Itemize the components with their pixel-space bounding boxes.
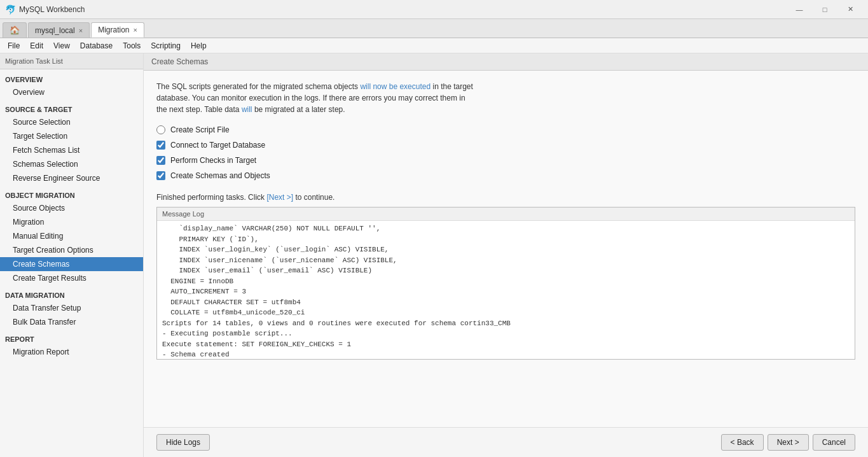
- sidebar-item-reverse-engineer-source[interactable]: Reverse Engineer Source: [0, 171, 143, 185]
- options-group: Create Script FileConnect to Target Data…: [156, 125, 855, 180]
- option-2: Perform Checks in Target: [156, 156, 855, 165]
- sidebar-item-bulk-data-transfer[interactable]: Bulk Data Transfer: [0, 315, 143, 329]
- option-input-3[interactable]: [156, 171, 165, 180]
- menu-edit[interactable]: Edit: [25, 40, 48, 52]
- option-label-2: Perform Checks in Target: [170, 156, 256, 165]
- hide-logs-button[interactable]: Hide Logs: [156, 434, 210, 451]
- footer-right: < Back Next > Cancel: [721, 434, 855, 451]
- tab-close-mysql_local[interactable]: ×: [79, 27, 83, 34]
- content-body: The SQL scripts generated for the migrat…: [144, 71, 868, 427]
- maximize-button[interactable]: □: [812, 0, 837, 19]
- next-button[interactable]: Next >: [768, 434, 809, 451]
- menu-database[interactable]: Database: [75, 40, 118, 52]
- tab-close-migration[interactable]: ×: [134, 26, 137, 34]
- option-label-0: Create Script File: [170, 125, 230, 134]
- sidebar-item-migration[interactable]: Migration: [0, 215, 143, 229]
- sidebar-item-source-selection[interactable]: Source Selection: [0, 115, 143, 129]
- sidebar-section-report: REPORT: [0, 332, 143, 345]
- message-log[interactable]: Message Log `display_name` VARCHAR(250) …: [156, 207, 855, 360]
- option-input-1[interactable]: [156, 141, 165, 150]
- sidebar-item-target-creation-options[interactable]: Target Creation Options: [0, 243, 143, 257]
- message-log-content: `display_name` VARCHAR(250) NOT NULL DEF…: [157, 221, 855, 360]
- sidebar-item-source-objects[interactable]: Source Objects: [0, 201, 143, 215]
- option-0: Create Script File: [156, 125, 855, 134]
- tab-home[interactable]: 🏠: [3, 22, 27, 38]
- menu-file[interactable]: File: [3, 40, 25, 52]
- back-button[interactable]: < Back: [721, 434, 764, 451]
- option-input-0[interactable]: [156, 125, 165, 134]
- sidebar-item-schemas-selection[interactable]: Schemas Selection: [0, 157, 143, 171]
- footer: Hide Logs < Back Next > Cancel: [144, 427, 868, 457]
- content-header: Create Schemas: [144, 53, 868, 71]
- sidebar-item-create-target-results[interactable]: Create Target Results: [0, 271, 143, 285]
- titlebar: 🐬 MySQL Workbench — □ ✕: [0, 0, 868, 19]
- sidebar-header: Migration Task List: [0, 53, 143, 69]
- sidebar-section-source---target: SOURCE & TARGET: [0, 102, 143, 115]
- close-button[interactable]: ✕: [837, 0, 863, 19]
- menu-tools[interactable]: Tools: [118, 40, 146, 52]
- message-log-title: Message Log: [157, 207, 855, 221]
- menu-help[interactable]: Help: [186, 40, 212, 52]
- content-area: Create Schemas The SQL scripts generated…: [144, 53, 868, 457]
- window-controls: — □ ✕: [787, 0, 863, 19]
- finished-message: Finished performing tasks. Click [Next >…: [156, 193, 855, 202]
- option-3: Create Schemas and Objects: [156, 171, 855, 180]
- sidebar-item-target-selection[interactable]: Target Selection: [0, 129, 143, 143]
- sidebar-item-manual-editing[interactable]: Manual Editing: [0, 229, 143, 243]
- finished-text: Finished performing tasks. Click [Next >…: [156, 193, 334, 202]
- app-icon: 🐬: [5, 4, 16, 15]
- option-1: Connect to Target Database: [156, 141, 855, 150]
- menu-view[interactable]: View: [48, 40, 75, 52]
- sidebar-item-migration-report[interactable]: Migration Report: [0, 345, 143, 359]
- titlebar-title: MySQL Workbench: [19, 5, 787, 14]
- option-label-3: Create Schemas and Objects: [170, 171, 270, 180]
- tab-migration[interactable]: Migration×: [91, 22, 144, 38]
- tab-mysql_local[interactable]: mysql_local×: [28, 22, 90, 38]
- sidebar-section-object-migration: OBJECT MIGRATION: [0, 188, 143, 201]
- sidebar-item-create-schemas[interactable]: Create Schemas: [0, 257, 143, 271]
- sidebar-item-fetch-schemas-list[interactable]: Fetch Schemas List: [0, 143, 143, 157]
- tabbar: 🏠mysql_local×Migration×: [0, 19, 868, 38]
- sidebar: Migration Task List OVERVIEWOverviewSOUR…: [0, 53, 144, 457]
- minimize-button[interactable]: —: [787, 0, 812, 19]
- sidebar-section-overview: OVERVIEW: [0, 72, 143, 85]
- option-input-2[interactable]: [156, 156, 165, 165]
- sidebar-item-data-transfer-setup[interactable]: Data Transfer Setup: [0, 301, 143, 315]
- main-layout: Migration Task List OVERVIEWOverviewSOUR…: [0, 53, 868, 457]
- cancel-button[interactable]: Cancel: [813, 434, 855, 451]
- sidebar-item-overview[interactable]: Overview: [0, 85, 143, 99]
- home-icon: 🏠: [10, 25, 20, 35]
- option-label-1: Connect to Target Database: [170, 141, 265, 150]
- description: The SQL scripts generated for the migrat…: [156, 81, 474, 115]
- menubar: FileEditViewDatabaseToolsScriptingHelp: [0, 38, 868, 53]
- footer-left: Hide Logs: [156, 434, 210, 451]
- menu-scripting[interactable]: Scripting: [146, 40, 186, 52]
- sidebar-section-data-migration: DATA MIGRATION: [0, 288, 143, 301]
